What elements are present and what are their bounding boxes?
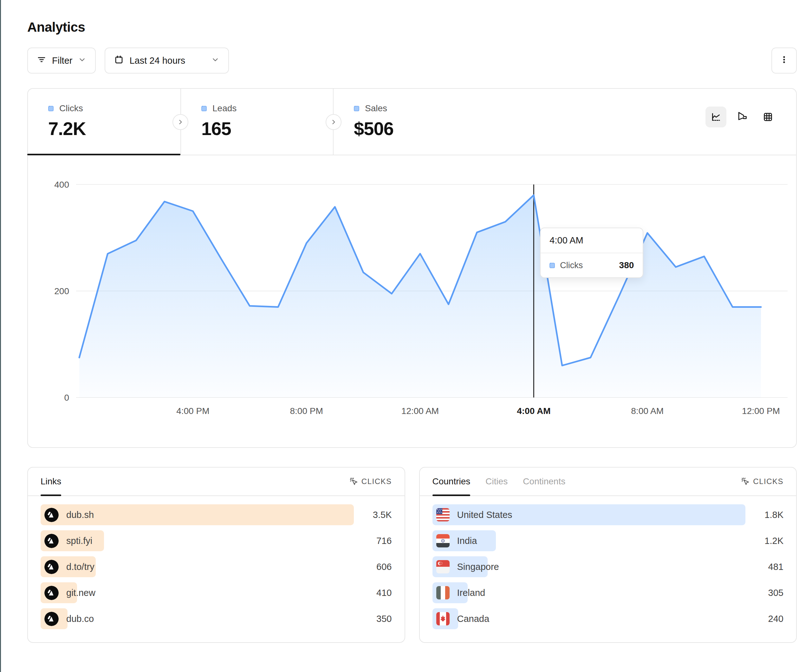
links-tab-underline: [41, 495, 61, 496]
analytics-page: Analytics Filter Last 24 hours: [1, 0, 812, 643]
countries-metric-selector[interactable]: CLICKS: [740, 476, 783, 486]
link-row[interactable]: dub.sh3.5K: [41, 504, 392, 525]
tooltip-legend-swatch: [549, 263, 555, 268]
row-label: git.new: [66, 588, 96, 598]
tab-continents-label: Continents: [523, 476, 565, 486]
ie-flag-icon: [436, 586, 450, 599]
expand-leads-chevron-button[interactable]: [326, 114, 341, 130]
tab-sales-label: Sales: [365, 103, 387, 113]
filter-button[interactable]: Filter: [27, 48, 96, 73]
row-content: Canada: [432, 608, 746, 629]
bar-area: Canada: [432, 608, 746, 629]
cursor-click-icon: [740, 476, 749, 486]
page-title: Analytics: [27, 20, 797, 35]
sales-legend-swatch: [354, 106, 359, 111]
tooltip-series-label: Clicks: [560, 261, 614, 270]
country-row[interactable]: United States1.8K: [432, 504, 784, 525]
clicks-area-chart[interactable]: 02004004:00 PM8:00 PM12:00 AM4:00 AM8:00…: [28, 168, 796, 447]
tab-leads[interactable]: Leads 165: [181, 89, 333, 155]
row-value: 350: [354, 614, 392, 624]
line-chart-icon[interactable]: [705, 106, 727, 128]
bar-area: India: [432, 530, 746, 551]
chevron-down-icon: [211, 55, 219, 66]
tab-cities[interactable]: Cities: [485, 467, 508, 495]
dub-logo-icon: [44, 612, 59, 626]
bar-area: dub.sh: [41, 504, 354, 525]
x-axis-tick: 12:00 PM: [742, 406, 780, 416]
country-row[interactable]: Ireland305: [432, 582, 784, 603]
row-value: 3.5K: [354, 510, 392, 520]
links-metric-selector[interactable]: CLICKS: [349, 476, 392, 486]
link-row[interactable]: spti.fyi716: [41, 530, 392, 551]
sg-flag-icon: [436, 560, 450, 573]
dub-logo-icon: [44, 534, 59, 548]
row-content: git.new: [41, 582, 354, 603]
bar-area: United States: [432, 504, 746, 525]
filter-button-label: Filter: [52, 55, 72, 66]
country-row[interactable]: India1.2K: [432, 530, 784, 551]
links-metric-label: CLICKS: [362, 477, 392, 486]
row-label: United States: [457, 510, 512, 520]
row-content: dub.co: [41, 608, 354, 629]
row-content: United States: [432, 504, 746, 525]
tab-clicks-value: 7.2K: [48, 118, 181, 139]
x-axis-tick: 12:00 AM: [401, 406, 439, 416]
link-row[interactable]: git.new410: [41, 582, 392, 603]
dub-logo-icon: [44, 508, 59, 522]
tab-sales-value: $506: [354, 118, 485, 139]
tab-countries[interactable]: Countries: [432, 467, 471, 495]
table-icon[interactable]: [757, 106, 778, 128]
country-row[interactable]: Singapore481: [432, 556, 784, 577]
link-row[interactable]: dub.co350: [41, 608, 392, 629]
stats-tabs: Clicks 7.2K Leads 165 Sales $506: [28, 89, 796, 155]
x-axis-tick: 8:00 AM: [631, 406, 664, 416]
row-content: India: [432, 530, 746, 551]
row-label: Ireland: [457, 588, 485, 598]
date-range-button[interactable]: Last 24 hours: [105, 48, 229, 73]
row-content: spti.fyi: [41, 530, 354, 551]
bar-area: Ireland: [432, 582, 746, 603]
bar-area: d.to/try: [41, 556, 354, 577]
row-label: spti.fyi: [66, 536, 92, 546]
more-options-button[interactable]: [771, 48, 797, 73]
chart-type-switcher: [705, 106, 778, 128]
analytics-chart-card: Clicks 7.2K Leads 165 Sales $506: [27, 88, 797, 448]
countries-tab-underline: [432, 495, 471, 496]
row-content: Ireland: [432, 582, 746, 603]
tab-clicks[interactable]: Clicks 7.2K: [28, 89, 181, 155]
country-row[interactable]: Canada240: [432, 608, 784, 629]
link-row[interactable]: d.to/try606: [41, 556, 392, 577]
countries-panel: Countries Cities Continents: [419, 467, 797, 643]
tab-links[interactable]: Links: [41, 467, 61, 495]
tab-clicks-label: Clicks: [59, 103, 83, 113]
bar-area: dub.co: [41, 608, 354, 629]
links-panel-header: Links CLICKS: [28, 467, 404, 496]
dub-logo-icon: [44, 586, 59, 600]
bar-area: git.new: [41, 582, 354, 603]
row-value: 305: [745, 588, 783, 598]
chevron-down-icon: [78, 55, 86, 66]
row-content: d.to/try: [41, 556, 354, 577]
tab-leads-label: Leads: [212, 103, 237, 113]
row-value: 481: [745, 562, 783, 572]
tab-sales[interactable]: Sales $506: [333, 89, 485, 155]
kebab-menu-icon: [780, 55, 789, 67]
chart-tooltip: 4:00 AM Clicks 380: [540, 228, 643, 278]
y-axis-tick: 0: [64, 393, 69, 403]
tooltip-time: 4:00 AM: [541, 228, 643, 253]
filter-icon: [37, 55, 46, 67]
row-content: dub.sh: [41, 504, 354, 525]
clicks-legend-swatch: [48, 106, 54, 111]
funnel-chart-icon[interactable]: [732, 106, 752, 128]
links-panel: Links CLICKS dub.sh3.5Kspti.fyi716d.to/t…: [27, 467, 405, 643]
row-value: 1.8K: [745, 510, 783, 520]
tab-cities-label: Cities: [485, 476, 508, 486]
tab-continents[interactable]: Continents: [523, 467, 565, 495]
tab-leads-value: 165: [201, 118, 333, 139]
countries-metric-label: CLICKS: [753, 477, 783, 486]
cursor-click-icon: [349, 476, 358, 486]
countries-rows: United States1.8KIndia1.2KSingapore481Ir…: [420, 496, 797, 634]
y-axis-tick: 400: [54, 180, 69, 189]
row-value: 716: [354, 536, 392, 546]
expand-clicks-chevron-button[interactable]: [172, 114, 188, 130]
